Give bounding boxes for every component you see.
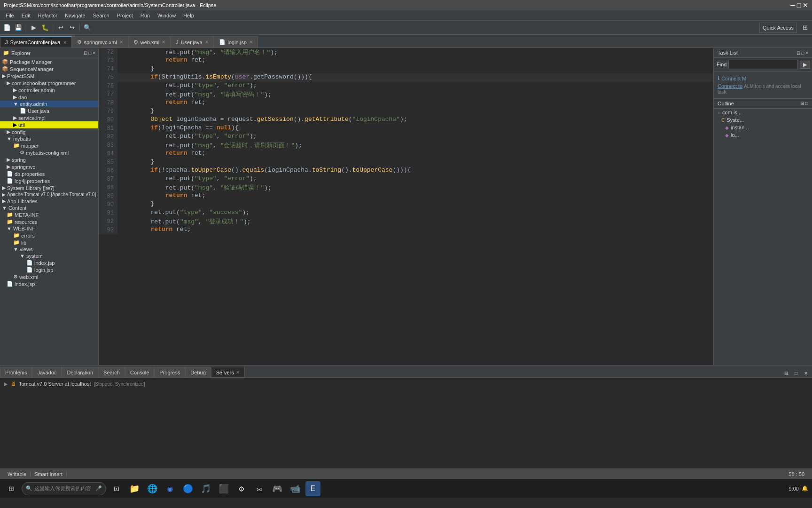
taskbar-app-settings[interactable]: ⚙ [234,481,249,496]
tree-log4j-properties[interactable]: 📄log4j.properties [0,177,98,184]
code-editor[interactable]: 72 ret.put("msg", "请输入用户名！"); 73 return … [99,48,713,365]
tab-springmvc[interactable]: ⚙ springmvc.xml ✕ [72,36,128,48]
connect-link[interactable]: Connect to [718,83,742,89]
menu-edit[interactable]: Edit [18,12,34,19]
console-tab-declaration[interactable]: Declaration [62,367,98,377]
menu-window[interactable]: Window [154,12,180,19]
quick-access[interactable]: Quick Access [759,23,797,33]
tab-userjava[interactable]: J User.java ✕ [171,36,213,48]
outline-com[interactable]: ○ com.is... [714,109,812,116]
tab-close-loginjsp[interactable]: ✕ [249,40,253,45]
menu-project[interactable]: Project [113,12,137,19]
task-list-controls[interactable]: ⊟ □ × [796,50,808,56]
tree-index-jsp[interactable]: 📄index.jsp [0,259,98,266]
tree-views[interactable]: ▼views [0,246,98,253]
taskbar-app-video[interactable]: 📹 [288,481,303,496]
tree-errors[interactable]: 📁errors [0,232,98,239]
taskbar-task-view[interactable]: ⊡ [109,481,124,496]
taskbar-notifications[interactable]: 🔔 [802,485,808,492]
toolbar-run[interactable]: ▶ [29,23,39,33]
tree-sequence-manager[interactable]: 📦SequenceManager [0,65,98,72]
menu-help[interactable]: Help [180,12,198,19]
console-tab-console[interactable]: Console [125,367,154,377]
taskbar-app-edge[interactable]: 🌐 [145,481,160,496]
tree-dao[interactable]: ▶dao [0,94,98,101]
taskbar-eclipse[interactable]: E [305,481,320,496]
tree-package-manager[interactable]: 📦Package Manager [0,58,98,65]
console-tab-search[interactable]: Search [98,367,125,377]
console-close[interactable]: ✕ [802,369,810,377]
taskbar-app-chrome[interactable]: ◉ [163,481,178,496]
tree-service-impl[interactable]: ▶service.impl [0,114,98,121]
toolbar-undo[interactable]: ↩ [55,23,66,33]
tree-web-inf[interactable]: ▼WEB-INF [0,225,98,232]
tree-db-properties[interactable]: 📄db.properties [0,170,98,177]
tree-controller-admin[interactable]: ▶controller.admin [0,87,98,94]
tree-system-library[interactable]: ▶System Library [jre7] [0,184,98,191]
outline-lo[interactable]: ◆ lo... [714,131,812,139]
window-close[interactable]: ─ □ ✕ [790,1,808,9]
console-tab-servers[interactable]: Servers ✕ [211,367,245,377]
tree-springmvc[interactable]: ▶springmvc [0,163,98,170]
find-input[interactable] [728,60,798,69]
toolbar-save[interactable]: 💾 [13,23,23,33]
tab-close-servers[interactable]: ✕ [236,370,240,375]
tree-tomcat[interactable]: ▶Apache Tomcat v7.0 [Apache Tomcat v7.0] [0,191,98,198]
toolbar-perspectives[interactable]: ⊞ [800,23,810,33]
tree-mybatis-config[interactable]: ⚙mybatis-config.xml [0,149,98,156]
tree-userjava[interactable]: 📄User.java [0,107,98,114]
tab-systemcontroller[interactable]: J SystemController.java ✕ [0,36,72,48]
tree-com-ischoolbar[interactable]: ▶com.ischoolbar.programmer [0,79,98,87]
taskbar-app-music[interactable]: 🎵 [198,481,213,496]
tree-projectssm[interactable]: ▶ProjectSSM [0,72,98,79]
tab-loginjsp[interactable]: 📄 login.jsp ✕ [214,36,258,48]
taskbar-start[interactable]: ⊞ [4,481,19,496]
tree-util[interactable]: ▶util [0,121,98,128]
toolbar-search[interactable]: 🔍 [82,23,93,33]
console-tab-javadoc[interactable]: Javadoc [32,367,62,377]
tab-close-webxml[interactable]: ✕ [162,40,165,45]
taskbar-app-mail[interactable]: ✉ [252,481,267,496]
toolbar-new[interactable]: 📄 [2,23,12,33]
taskbar-search-box[interactable]: 🔍 这里输入你要搜索的内容 🎤 [22,482,106,495]
menu-refactor[interactable]: Refactor [34,12,62,19]
find-button[interactable]: ▶ [800,61,810,69]
tree-index-jsp-root[interactable]: 📄index.jsp [0,280,98,287]
console-tab-progress[interactable]: Progress [154,367,185,377]
toolbar-redo[interactable]: ↪ [67,23,77,33]
outline-controls[interactable]: ⊟ □ [800,101,808,106]
tree-meta-inf[interactable]: 📁META-INF [0,211,98,218]
tree-web-xml[interactable]: ⚙web.xml [0,273,98,280]
tree-resources[interactable]: 📁resources [0,218,98,225]
menu-run[interactable]: Run [137,12,154,19]
tree-system[interactable]: ▼system [0,253,98,259]
taskbar-app-explorer[interactable]: 📁 [127,481,142,496]
outline-instance[interactable]: ◆ instan... [714,124,812,131]
tab-close-userjava[interactable]: ✕ [205,40,209,45]
tree-spring[interactable]: ▶spring [0,156,98,163]
tree-entity-admin[interactable]: ▼entity.admin [0,101,98,107]
console-tab-debug[interactable]: Debug [185,367,211,377]
toolbar-debug[interactable]: 🐛 [40,23,50,33]
tree-mapper[interactable]: 📁mapper [0,142,98,149]
explorer-actions[interactable]: ⊟ □ × [84,50,95,56]
taskbar-app-game[interactable]: 🎮 [270,481,285,496]
tree-app-libraries[interactable]: ▶App Libraries [0,198,98,205]
tree-login-jsp[interactable]: 📄login.jsp [0,266,98,273]
tab-webxml[interactable]: ⚙ web.xml ✕ [128,36,171,48]
tab-close-springmvc[interactable]: ✕ [119,40,123,45]
tab-close-systemcontroller[interactable]: ✕ [63,40,67,45]
tree-config[interactable]: ▶config [0,128,98,135]
menu-navigate[interactable]: Navigate [61,12,89,19]
outline-system[interactable]: C Syste... [714,116,812,124]
taskbar-app-terminal[interactable]: ⬛ [216,481,231,496]
tree-lib[interactable]: 📁lib [0,239,98,246]
menu-search[interactable]: Search [89,12,113,19]
console-tab-problems[interactable]: Problems [0,367,32,377]
taskbar-app-ie[interactable]: 🔵 [180,481,195,496]
menu-file[interactable]: File [2,12,18,19]
console-minimize[interactable]: ⊟ [782,369,790,377]
tree-mybatis[interactable]: ▼mybatis [0,135,98,142]
tree-content[interactable]: ▼Content [0,205,98,211]
console-maximize[interactable]: □ [792,369,800,377]
